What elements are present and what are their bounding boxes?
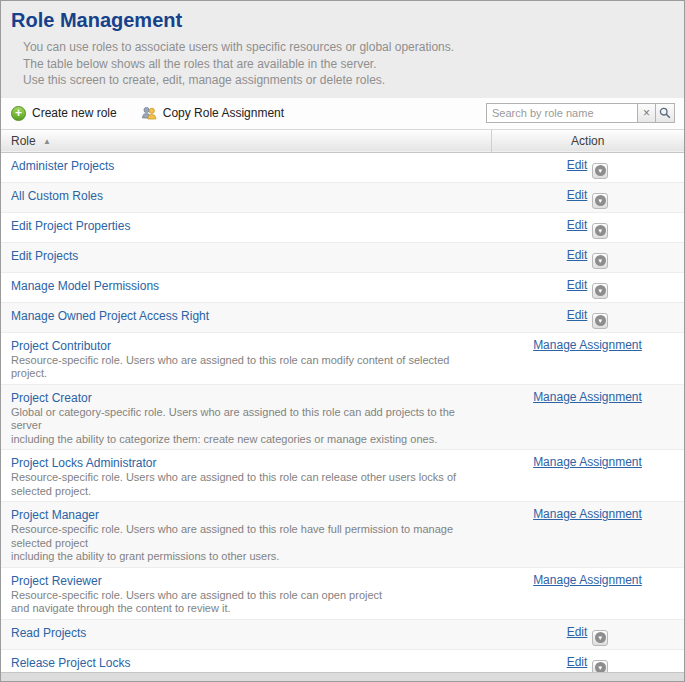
edit-dropdown-button[interactable]: ▼ [592,313,608,329]
column-header-role[interactable]: Role ▲ [1,129,491,152]
roles-table-body: Administer ProjectsEdit▼All Custom Roles… [1,152,684,682]
role-link[interactable]: Release Project Locks [11,656,130,670]
clear-search-button[interactable]: × [638,103,656,123]
role-description-line: Resource-specific role. Users who are as… [11,589,481,603]
role-link[interactable]: Project Manager [11,508,99,522]
role-description-line: Global or category-specific role. Users … [11,406,481,433]
chevron-down-icon: ▼ [595,255,606,266]
table-row: Edit Project PropertiesEdit▼ [1,212,684,242]
plus-icon: + [11,106,26,121]
chevron-down-icon: ▼ [595,165,606,176]
sort-ascending-icon: ▲ [43,137,51,146]
role-link[interactable]: Manage Model Permissions [11,279,159,293]
edit-dropdown-button[interactable]: ▼ [592,223,608,239]
table-row: Project Locks AdministratorResource-spec… [1,450,684,502]
page-description-line: Use this screen to create, edit, manage … [23,72,672,89]
role-link[interactable]: All Custom Roles [11,189,103,203]
magnifier-icon [659,107,671,119]
role-link[interactable]: Project Creator [11,391,92,405]
role-link[interactable]: Edit Projects [11,249,78,263]
manage-assignment-link[interactable]: Manage Assignment [533,390,642,404]
role-description-line: Resource-specific role. Users who are as… [11,523,481,550]
edit-link[interactable]: Edit [567,188,588,202]
page-header: Role Management You can use roles to ass… [1,1,684,98]
copy-role-assignment-label: Copy Role Assignment [163,106,284,120]
role-link[interactable]: Read Projects [11,626,86,640]
chevron-down-icon: ▼ [595,632,606,643]
role-description-line: including the ability to grant permissio… [11,550,481,564]
chevron-down-icon: ▼ [595,315,606,326]
column-header-action[interactable]: Action [491,129,684,152]
table-row: Manage Model PermissionsEdit▼ [1,272,684,302]
role-link[interactable]: Project Locks Administrator [11,456,156,470]
bottom-bar [1,672,684,681]
edit-dropdown-button[interactable]: ▼ [592,630,608,646]
copy-role-assignment-icon [141,105,157,121]
chevron-down-icon: ▼ [595,195,606,206]
column-header-role-label: Role [11,134,36,148]
role-link[interactable]: Project Reviewer [11,574,102,588]
role-description-line: including the ability to categorize them… [11,433,481,447]
edit-link[interactable]: Edit [567,218,588,232]
edit-dropdown-button[interactable]: ▼ [592,193,608,209]
manage-assignment-link[interactable]: Manage Assignment [533,455,642,469]
role-description-line: Resource-specific role. Users who are as… [11,354,481,381]
role-description-line: and navigate through the content to revi… [11,602,481,616]
table-row: All Custom RolesEdit▼ [1,182,684,212]
edit-link[interactable]: Edit [567,158,588,172]
search-input[interactable] [486,103,638,123]
edit-dropdown-button[interactable]: ▼ [592,253,608,269]
role-link[interactable]: Edit Project Properties [11,219,130,233]
toolbar: + Create new role Copy Role Assignment × [1,98,684,129]
role-link[interactable]: Administer Projects [11,159,114,173]
search-button[interactable] [656,103,675,123]
edit-link[interactable]: Edit [567,308,588,322]
page-description-line: You can use roles to associate users wit… [23,39,672,56]
table-row: Read ProjectsEdit▼ [1,619,684,649]
table-row: Project CreatorGlobal or category-specif… [1,384,684,450]
edit-link[interactable]: Edit [567,278,588,292]
manage-assignment-link[interactable]: Manage Assignment [533,573,642,587]
page-description-line: The table below shows all the roles that… [23,56,672,73]
role-management-page: Role Management You can use roles to ass… [0,0,685,682]
chevron-down-icon: ▼ [595,285,606,296]
table-row: Project ReviewerResource-specific role. … [1,567,684,619]
search-group: × [486,103,675,123]
table-row: Manage Owned Project Access RightEdit▼ [1,302,684,332]
create-new-role-button[interactable]: + Create new role [11,106,117,121]
manage-assignment-link[interactable]: Manage Assignment [533,338,642,352]
table-row: Edit ProjectsEdit▼ [1,242,684,272]
page-title: Role Management [11,9,672,32]
table-row: Project ManagerResource-specific role. U… [1,502,684,568]
manage-assignment-link[interactable]: Manage Assignment [533,507,642,521]
chevron-down-icon: ▼ [595,225,606,236]
copy-role-assignment-button[interactable]: Copy Role Assignment [141,105,284,121]
table-header-row: Role ▲ Action [1,129,684,152]
edit-link[interactable]: Edit [567,625,588,639]
edit-dropdown-button[interactable]: ▼ [592,163,608,179]
role-description-line: Resource-specific role. Users who are as… [11,471,481,498]
role-link[interactable]: Manage Owned Project Access Right [11,309,209,323]
edit-link[interactable]: Edit [567,248,588,262]
column-header-action-label: Action [571,134,604,148]
roles-table: Role ▲ Action Administer ProjectsEdit▼Al… [1,129,684,682]
role-link[interactable]: Project Contributor [11,339,111,353]
table-row: Administer ProjectsEdit▼ [1,152,684,182]
edit-dropdown-button[interactable]: ▼ [592,283,608,299]
table-row: Project ContributorResource-specific rol… [1,332,684,384]
create-new-role-label: Create new role [32,106,117,120]
edit-link[interactable]: Edit [567,655,588,669]
